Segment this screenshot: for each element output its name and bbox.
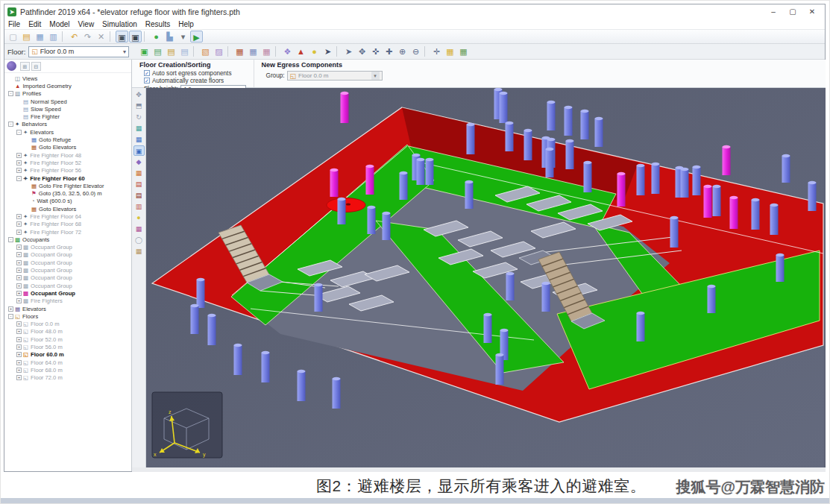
show-floors-icon[interactable]: ▤ [133, 179, 145, 189]
tree-item-occupant-group[interactable]: +▩Occupant Group [4, 259, 131, 266]
collapse-icon[interactable]: - [8, 91, 13, 96]
save-all-icon[interactable]: ▥ [47, 31, 60, 42]
tree-item-goto-35-0-32-5-60-0-m[interactable]: ⚑Goto (35.0, 32.5, 60.0) m [4, 189, 131, 197]
expand-icon[interactable]: + [16, 230, 22, 235]
expand-icon[interactable]: + [16, 321, 22, 327]
select-tool-icon[interactable]: ➤ [342, 45, 355, 57]
expand-icon[interactable]: + [8, 306, 13, 312]
delete-icon[interactable]: ✕ [95, 31, 107, 42]
expand-icon[interactable]: + [16, 344, 22, 350]
tree-item-goto-refuge[interactable]: ▦Goto Refuge [4, 136, 131, 143]
tree-item-fire-fighter-floor-64[interactable]: +✦Fire Fighter Floor 64 [4, 212, 131, 220]
tree-item-goto-fire-fighter-elevator[interactable]: ▦Goto Fire Fighter Elevator [4, 182, 131, 189]
tree-item-fire-fighter-floor-68[interactable]: +✦Fire Fighter Floor 68 [4, 221, 131, 228]
tree-item-floor-0-0-m[interactable]: +◱Floor 0.0 m [4, 321, 131, 328]
maximize-button[interactable]: ▢ [783, 6, 802, 18]
auto-sort-checkbox[interactable]: ✓ [144, 70, 150, 76]
menu-item-file[interactable]: File [8, 20, 20, 28]
open-icon[interactable]: ▤ [20, 31, 33, 42]
expand-icon[interactable]: + [16, 245, 22, 250]
add-rooms-icon[interactable]: ▨ [213, 45, 225, 57]
expand-icon[interactable]: + [16, 214, 22, 219]
reset-camera-icon[interactable]: ↻ [133, 112, 145, 122]
add-stairs-icon[interactable]: ▦ [233, 45, 246, 57]
tree-item-fire-fighter[interactable]: ▤Fire Fighter [4, 113, 131, 120]
expand-icon[interactable]: + [16, 368, 22, 373]
minimize-button[interactable]: – [764, 6, 783, 18]
tree-item-occupants[interactable]: -▩Occupants [4, 236, 131, 243]
collapse-icon[interactable]: - [8, 314, 13, 319]
expand-icon[interactable]: + [16, 268, 22, 273]
tree-item-floor-52-0-m[interactable]: +◱Floor 52.0 m [4, 336, 131, 343]
title-bar[interactable]: ➤ Pathfinder 2019 x64 - *elevator refuge… [4, 4, 825, 19]
tree-item-goto-elevators[interactable]: ▦Goto Elevators [4, 205, 131, 212]
menu-item-simulation[interactable]: Simulation [102, 20, 137, 28]
tree-item-fire-fighters[interactable]: +▩Fire Fighters [4, 297, 131, 305]
reset-view-icon[interactable]: ✛ [430, 45, 443, 57]
expand-icon[interactable]: + [16, 375, 22, 380]
tree-item-occupant-group[interactable]: +▩Occupant Group [4, 266, 131, 274]
tree-item-fire-fighter-floor-48[interactable]: +✦Fire Fighter Floor 48 [4, 151, 131, 159]
zoom-in-tool-icon[interactable]: ⊕ [396, 45, 409, 57]
tree-item-occupant-group[interactable]: +▩Occupant Group [4, 244, 131, 251]
tree-item-wait-600-0-s[interactable]: ◔Wait (600.0 s) [4, 198, 131, 205]
group-dropdown[interactable]: ◱ Floor 0.0 m ▾ [287, 71, 383, 81]
tree-item-fire-fighter-floor-52[interactable]: +✦Fire Fighter Floor 52 [4, 159, 131, 166]
show-spheres-icon[interactable]: ◯ [133, 235, 145, 245]
menu-item-edit[interactable]: Edit [28, 20, 41, 28]
expand-icon[interactable]: + [16, 283, 22, 289]
collapse-icon[interactable]: - [16, 176, 22, 181]
auto-create-floors-checkbox[interactable]: ✓ [144, 78, 150, 84]
redo-icon[interactable]: ↷ [81, 31, 94, 42]
expand-icon[interactable]: + [16, 291, 22, 296]
show-grid-icon[interactable]: ▦ [444, 45, 456, 57]
validate-icon[interactable]: ● [150, 31, 163, 42]
tree-item-floor-56-0-m[interactable]: +◱Floor 56.0 m [4, 343, 131, 350]
run-simulation-icon[interactable]: ▶ [190, 31, 203, 42]
show-terrain-icon[interactable]: ▦ [133, 246, 145, 256]
save-view-icon[interactable]: ▤ [165, 45, 177, 57]
record-movie-icon[interactable]: ▣ [129, 31, 142, 42]
tree-item-occupant-group[interactable]: +▩Occupant Group [4, 282, 131, 289]
expand-icon[interactable]: + [16, 352, 22, 357]
tree-item-imported-geometry[interactable]: ▲Imported Geometry [4, 82, 131, 89]
pan-tool-icon[interactable]: ✥ [356, 45, 368, 57]
tree-item-floor-60-0-m[interactable]: +◱Floor 60.0 m [4, 351, 131, 359]
expand-icon[interactable]: + [16, 252, 22, 257]
floor-selector-dropdown[interactable]: ◱ Floor 0.0 m ▾ [28, 46, 129, 57]
expand-icon[interactable]: + [16, 260, 22, 265]
landscape-icon[interactable]: ▙ [163, 31, 176, 42]
tree-item-floor-72-0-m[interactable]: +◱Floor 72.0 m [4, 374, 131, 382]
expand-icon[interactable]: + [16, 329, 22, 334]
orbit-tool-icon[interactable]: ✜ [369, 45, 382, 57]
expand-icon[interactable]: + [16, 168, 22, 173]
3d-scene[interactable]: z x y [146, 88, 824, 467]
copy-view-icon[interactable]: ▤ [178, 45, 191, 57]
tree-item-profiles[interactable]: -▥Profiles [4, 90, 131, 98]
3d-viewport[interactable]: ✥⬒↻▦▦▣◆▦▤▤▥●▦◯▦ [132, 88, 826, 467]
tree-item-floors[interactable]: -◱Floors [4, 312, 131, 320]
new-model-view-icon[interactable]: ▣ [138, 45, 151, 57]
collapse-all-button[interactable]: ⊟ [31, 62, 41, 71]
expand-icon[interactable]: + [16, 153, 22, 158]
add-occupant-icon[interactable]: ❖ [281, 45, 294, 57]
tree-item-fire-fighter-floor-56[interactable]: +✦Fire Fighter Floor 56 [4, 167, 131, 174]
zoom-out-tool-icon[interactable]: ⊖ [409, 45, 422, 57]
menu-item-view[interactable]: View [78, 20, 95, 28]
show-waypoints-icon[interactable]: ● [133, 212, 145, 223]
expand-icon[interactable]: + [16, 160, 22, 166]
dropdown-caret-icon[interactable]: ▾ [177, 31, 189, 42]
pan-view-icon[interactable]: ✥ [133, 89, 145, 100]
add-waypoint-icon[interactable]: ● [308, 45, 321, 57]
collapse-icon[interactable]: - [8, 122, 13, 127]
expand-icon[interactable]: + [16, 360, 22, 365]
expand-all-button[interactable]: ⊞ [20, 62, 30, 71]
menu-item-results[interactable]: Results [145, 20, 170, 28]
add-elevator-icon[interactable]: ▦ [247, 45, 260, 57]
show-stairs-icon[interactable]: ▤ [133, 190, 145, 201]
menu-item-help[interactable]: Help [178, 20, 194, 28]
tree-item-occupant-group[interactable]: +▩Occupant Group [4, 289, 131, 297]
save-icon[interactable]: ▦ [34, 31, 46, 42]
tree-item-floor-68-0-m[interactable]: +◱Floor 68.0 m [4, 366, 131, 374]
open-view-icon[interactable]: ▤ [151, 45, 164, 57]
